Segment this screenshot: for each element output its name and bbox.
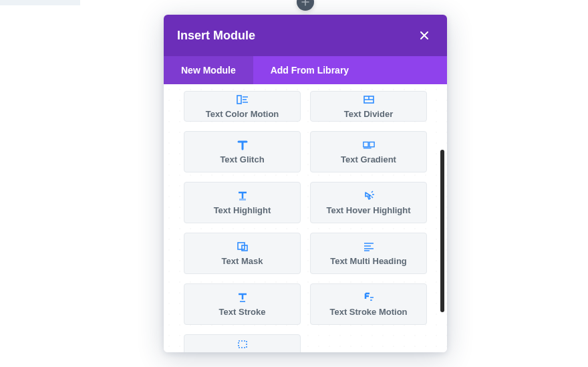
module-label: Text Multi Heading: [330, 256, 407, 266]
divider-icon: [363, 94, 375, 105]
module-card-text-multi-heading[interactable]: Text Multi Heading: [310, 233, 427, 274]
tab-new-module[interactable]: New Module: [164, 56, 253, 84]
svg-rect-4: [239, 199, 246, 201]
svg-rect-0: [237, 96, 241, 104]
stroke-motion-icon: [363, 292, 375, 303]
module-label: Text Mask: [222, 256, 263, 266]
tab-add-from-library[interactable]: Add From Library: [253, 56, 366, 84]
close-button[interactable]: [415, 26, 434, 45]
partial-module-icon: [237, 339, 249, 350]
multi-heading-icon: [363, 241, 375, 252]
module-grid: Text Color Motion Text Divider: [184, 91, 427, 352]
close-icon: [420, 31, 429, 40]
svg-rect-2: [363, 142, 368, 146]
modal-body: Text Color Motion Text Divider: [164, 84, 447, 352]
module-card-text-stroke[interactable]: Text Stroke: [184, 283, 301, 325]
gradient-icon: [363, 140, 375, 150]
module-label: Text Divider: [344, 109, 393, 119]
color-motion-icon: [237, 94, 249, 105]
modal-header: Insert Module: [164, 15, 447, 56]
module-card-text-stroke-motion[interactable]: Text Stroke Motion: [310, 283, 427, 325]
module-card-text-highlight[interactable]: Text Highlight: [184, 182, 301, 223]
module-label: Text Glitch: [220, 154, 264, 164]
module-label: Text Highlight: [214, 205, 271, 215]
mask-icon: [237, 241, 249, 252]
glitch-icon: [237, 140, 249, 150]
svg-rect-3: [369, 142, 374, 146]
stroke-icon: [237, 292, 249, 303]
module-label: Text Stroke: [219, 307, 266, 317]
module-card-text-glitch[interactable]: Text Glitch: [184, 131, 301, 172]
module-label: Text Stroke Motion: [329, 307, 407, 317]
module-card-text-mask[interactable]: Text Mask: [184, 233, 301, 274]
add-module-fab[interactable]: [297, 0, 314, 11]
module-card-next-partial[interactable]: [184, 334, 301, 352]
svg-rect-7: [239, 341, 247, 348]
hover-highlight-icon: [363, 191, 375, 201]
svg-rect-5: [238, 243, 245, 249]
plus-icon: [301, 0, 309, 6]
module-label: Text Hover Highlight: [326, 205, 410, 215]
module-card-text-gradient[interactable]: Text Gradient: [310, 131, 427, 172]
background-sliver: [0, 0, 80, 5]
module-label: Text Gradient: [341, 154, 396, 164]
tabs: New Module Add From Library: [164, 56, 447, 84]
highlight-icon: [237, 191, 249, 201]
modal-title: Insert Module: [177, 29, 255, 43]
module-card-text-color-motion[interactable]: Text Color Motion: [184, 91, 301, 122]
module-label: Text Color Motion: [206, 109, 279, 119]
insert-module-modal: Insert Module New Module Add From Librar…: [164, 15, 447, 352]
scrollbar[interactable]: [440, 150, 444, 312]
module-card-text-divider[interactable]: Text Divider: [310, 91, 427, 122]
module-card-text-hover-highlight[interactable]: Text Hover Highlight: [310, 182, 427, 223]
